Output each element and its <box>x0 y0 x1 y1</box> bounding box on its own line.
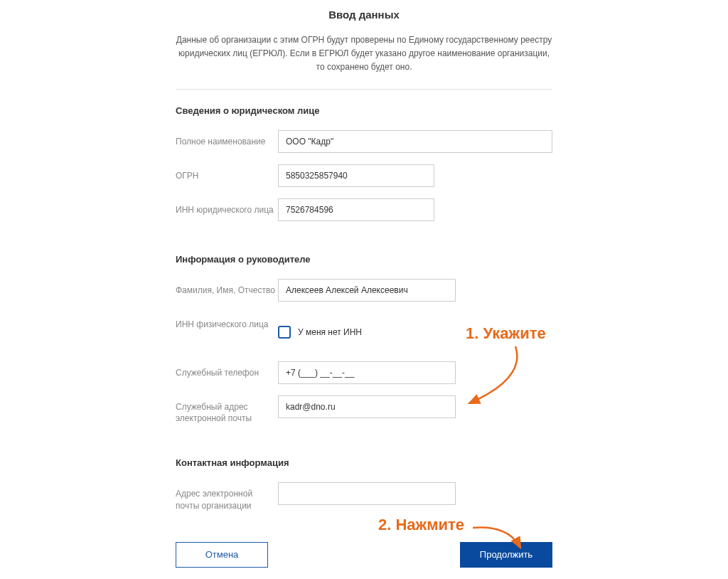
legal-inn-input[interactable] <box>278 198 434 221</box>
cancel-button[interactable]: Отмена <box>176 542 268 568</box>
no-inn-checkbox-label: У меня нет ИНН <box>298 327 362 337</box>
work-email-label: Служебный адрес электронной почты <box>176 395 278 425</box>
org-email-input[interactable] <box>278 482 456 505</box>
phone-input[interactable] <box>278 361 456 384</box>
full-name-label: Полное наименование <box>176 130 278 148</box>
no-inn-checkbox[interactable] <box>278 326 291 339</box>
fio-label: Фамилия, Имя, Отчество <box>176 279 278 297</box>
divider <box>176 89 552 90</box>
org-email-label: Адрес электронной почты организации <box>176 482 278 512</box>
phone-label: Служебный телефон <box>176 361 278 379</box>
ogrn-label: ОГРН <box>176 164 278 182</box>
ogrn-input[interactable] <box>278 164 434 187</box>
legal-inn-label: ИНН юридического лица <box>176 198 278 216</box>
work-email-input[interactable] <box>278 395 456 418</box>
full-name-input[interactable] <box>278 130 552 153</box>
section-manager-title: Информация о руководителе <box>176 254 552 265</box>
phys-inn-label: ИНН физического лица <box>176 313 278 331</box>
section-contact-title: Контактная информация <box>176 457 552 468</box>
fio-input[interactable] <box>278 279 456 302</box>
continue-button[interactable]: Продолжить <box>460 542 552 568</box>
page-description: Данные об организации с этим ОГРН будут … <box>176 33 552 75</box>
section-legal-entity-title: Сведения о юридическом лице <box>176 105 552 116</box>
page-title: Ввод данных <box>176 9 552 21</box>
